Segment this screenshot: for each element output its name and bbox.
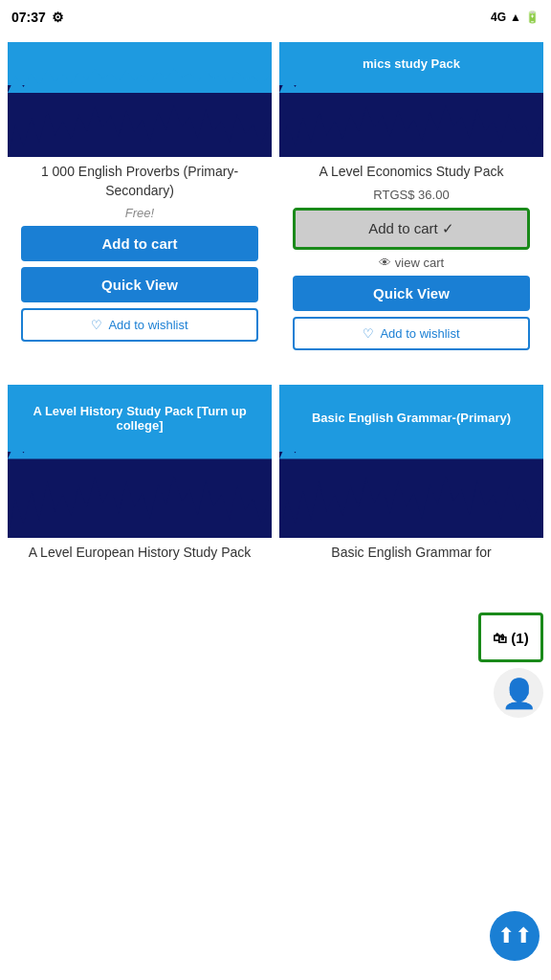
mountains-snow-3 [8, 452, 272, 538]
product-card-3: A Level History Study Pack [Turn up coll… [8, 385, 272, 563]
account-icon-container[interactable]: 👤 [494, 668, 543, 718]
product-image-2: mics study Pack [279, 42, 543, 157]
image-mountains-2 [279, 85, 543, 157]
image-mountains-1 [8, 85, 272, 157]
chevrons-up-icon: ⬆⬆ [497, 924, 532, 948]
cart-badge[interactable]: 🛍 (1) [478, 612, 543, 662]
status-left: 07:37 ⚙ [11, 10, 64, 25]
product-card-1: 1 000 English Proverbs (Primary-Secondar… [8, 42, 272, 350]
eye-icon: 👁 [379, 256, 391, 270]
product-grid: 1 000 English Proverbs (Primary-Secondar… [0, 34, 551, 358]
scroll-to-top-button[interactable]: ⬆⬆ [490, 911, 540, 961]
add-to-cart-button-1[interactable]: Add to cart [21, 226, 258, 261]
add-to-cart-button-2[interactable]: Add to cart ✓ [293, 208, 530, 250]
product-title-4: Basic English Grammar for [327, 544, 495, 563]
product-price-2: RTGS$ 36.00 [373, 188, 449, 202]
product-title-3: A Level European History Study Pack [25, 544, 255, 563]
wishlist-button-1[interactable]: ♡ Add to wishlist [21, 308, 258, 342]
status-bar: 07:37 ⚙ 4G ▲ 🔋 [0, 0, 551, 34]
wishlist-button-2[interactable]: ♡ Add to wishlist [293, 317, 530, 350]
heart-icon-2: ♡ [363, 326, 374, 341]
product-price-1: Free! [125, 206, 154, 220]
heart-icon-1: ♡ [91, 318, 102, 332]
mountains-snow-1 [8, 85, 272, 157]
image-mountains-3 [8, 452, 272, 538]
mountains-snow-4 [279, 452, 543, 538]
signal-icon: ▲ [510, 11, 521, 24]
view-cart-link[interactable]: 👁 view cart [379, 256, 444, 270]
product-title-2: A Level Economics Study Pack [316, 163, 508, 182]
product-grid-2: A Level History Study Pack [Turn up coll… [0, 377, 551, 570]
mountains-snow-2 [279, 85, 543, 157]
battery-icon: 🔋 [525, 11, 540, 24]
product-card-2: mics study Pack A Level Economics Study … [279, 42, 543, 350]
image-title-3: A Level History Study Pack [Turn up coll… [8, 385, 272, 452]
image-title-4: Basic English Grammar-(Primary) [279, 385, 543, 452]
network-label: 4G [491, 11, 506, 24]
product-title-1: 1 000 English Proverbs (Primary-Secondar… [8, 163, 272, 200]
product-image-3: A Level History Study Pack [Turn up coll… [8, 385, 272, 538]
account-icon: 👤 [501, 677, 537, 710]
product-card-4: Basic English Grammar-(Primary) Basic En… [279, 385, 543, 563]
product-image-4: Basic English Grammar-(Primary) [279, 385, 543, 538]
gear-icon: ⚙ [52, 10, 64, 25]
image-mountains-4 [279, 452, 543, 538]
cart-bag-icon: 🛍 [493, 630, 507, 646]
quick-view-button-2[interactable]: Quick View [293, 276, 530, 311]
cart-count: (1) [511, 630, 528, 646]
status-right: 4G ▲ 🔋 [491, 11, 540, 24]
image-title-overlay-2: mics study Pack [279, 42, 543, 85]
quick-view-button-1[interactable]: Quick View [21, 267, 258, 302]
product-image-1 [8, 42, 272, 157]
time-display: 07:37 [11, 10, 46, 25]
